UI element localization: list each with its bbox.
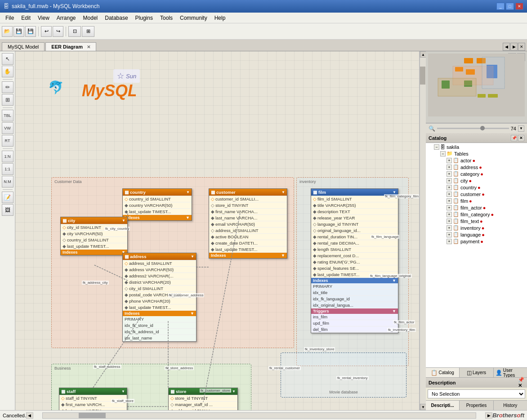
undo-button[interactable]: ↩ xyxy=(41,26,52,37)
table-city[interactable]: ▦ city ▼ ◇city_id SMALLINT ◆city VARCHAR… xyxy=(60,217,128,255)
city-expand[interactable]: ▼ xyxy=(122,219,125,223)
catalog-tab-layers[interactable]: ◫ Layers xyxy=(460,368,493,377)
film-indexes-header[interactable]: Indexes ▼ xyxy=(311,278,398,283)
country-expand[interactable]: ▼ xyxy=(186,190,190,194)
staff-expand[interactable]: ▼ xyxy=(121,389,125,393)
description-select[interactable]: No Selection xyxy=(428,389,525,398)
tree-item-film-category[interactable]: + 📋 film_category ● xyxy=(426,211,527,218)
scroll-up-button[interactable]: ▲ xyxy=(420,51,426,58)
catalog-tab-catalog[interactable]: 📋 Catalog xyxy=(426,368,460,377)
catalog-pin-button[interactable]: 📌 xyxy=(511,135,517,141)
menu-edit[interactable]: Edit xyxy=(18,14,34,22)
customer-indexes-header[interactable]: Indexes ▼ xyxy=(209,253,287,258)
city-indexes-header[interactable]: Indexes ▼ xyxy=(61,250,127,255)
select-tool[interactable]: ↖ xyxy=(2,53,13,65)
language-expand[interactable]: + xyxy=(447,232,452,237)
menu-help[interactable]: Help xyxy=(211,14,229,22)
scroll-down-button[interactable]: ▼ xyxy=(420,404,426,410)
table-country[interactable]: ▦ country ▼ ◇country_id SMALLINT ◆countr… xyxy=(122,188,192,221)
tab-close-icon[interactable]: ✕ xyxy=(87,45,90,49)
tree-item-address[interactable]: + 📋 address ● xyxy=(426,164,527,170)
indexes-expand[interactable]: ▼ xyxy=(190,311,194,316)
tree-item-city[interactable]: + 📋 city ● xyxy=(426,177,527,184)
menu-view[interactable]: View xyxy=(34,14,53,22)
h-scroll-thumb[interactable] xyxy=(79,413,106,418)
place-table-tool[interactable]: TBL xyxy=(2,110,13,121)
catalog-tab-user-types[interactable]: 👤 User Types xyxy=(494,368,527,377)
tab-scroll-left[interactable]: ◀ xyxy=(503,43,510,51)
tree-item-inventory[interactable]: + 📋 inventory ● xyxy=(426,224,527,231)
rel-1n-tool[interactable]: 1:N xyxy=(2,151,13,162)
country-indexes-header[interactable]: Indexes ▼ xyxy=(123,215,192,220)
category-expand[interactable]: + xyxy=(447,171,452,177)
scroll-left-button[interactable]: ◀ xyxy=(26,412,33,419)
film-text-expand[interactable]: + xyxy=(447,219,452,224)
film-expand[interactable]: + xyxy=(447,198,452,204)
tab-scroll-right[interactable]: ▶ xyxy=(510,43,518,51)
tree-item-language[interactable]: + 📋 language ● xyxy=(426,231,527,238)
triggers-expand[interactable]: ▼ xyxy=(392,309,396,313)
inventory-expand[interactable]: + xyxy=(447,225,452,231)
tree-item-tables[interactable]: − 📁 Tables xyxy=(426,150,527,157)
zoom-slider[interactable] xyxy=(437,128,509,129)
menu-model[interactable]: Model xyxy=(80,14,102,22)
address-expand[interactable]: + xyxy=(447,165,452,170)
vertical-scrollbar[interactable]: ▲ ▼ xyxy=(420,51,426,410)
zoom-slider-thumb[interactable] xyxy=(480,126,485,130)
tab-eer-diagram[interactable]: EER Diagram ✕ xyxy=(45,42,96,51)
tree-item-category[interactable]: + 📋 category ● xyxy=(426,170,527,177)
description-close-button[interactable]: ✕ xyxy=(518,383,524,389)
routine-tool[interactable]: RT xyxy=(2,135,13,147)
payment-expand[interactable]: + xyxy=(447,239,452,244)
menu-database[interactable]: Database xyxy=(101,14,131,22)
rect-tool[interactable]: ⊞ xyxy=(2,94,13,106)
close-button[interactable]: ✕ xyxy=(515,3,523,10)
tab-mysql-model[interactable]: MySQL Model xyxy=(2,42,45,51)
open-button[interactable]: 📂 xyxy=(2,26,13,37)
table-address[interactable]: ▦ address ▼ ◇address_id SMALLINT ◆addres… xyxy=(122,253,197,342)
tree-item-payment[interactable]: + 📋 payment ● xyxy=(426,238,527,245)
zoom-dropdown[interactable]: ▼ xyxy=(518,125,524,132)
menu-arrange[interactable]: Arrange xyxy=(53,14,80,22)
menu-community[interactable]: Community xyxy=(176,14,211,22)
country-expand[interactable]: + xyxy=(447,185,452,190)
table-customer[interactable]: ▦ customer ▼ ◇customer_id SMALLI... ◇sto… xyxy=(209,188,287,259)
redo-button[interactable]: ↪ xyxy=(53,26,63,37)
sakila-expand[interactable]: − xyxy=(434,144,439,150)
tree-item-sakila[interactable]: − 🗄 sakila xyxy=(426,144,527,150)
tree-item-country[interactable]: + 📋 country ● xyxy=(426,184,527,191)
prop-tab-properties[interactable]: Properties xyxy=(460,401,493,410)
rel-11-tool[interactable]: 1:1 xyxy=(2,163,13,175)
prop-tab-history[interactable]: History xyxy=(494,401,527,410)
view-tool[interactable]: VW xyxy=(2,122,13,134)
grid-button[interactable]: ⊞ xyxy=(82,26,94,37)
address-indexes-header[interactable]: Indexes ▼ xyxy=(123,311,196,316)
description-pin-button[interactable]: 📌 xyxy=(518,377,524,383)
indexes-expand[interactable]: ▼ xyxy=(186,215,190,220)
image-tool[interactable]: 🖼 xyxy=(2,204,13,216)
menu-plugins[interactable]: Plugins xyxy=(132,14,156,22)
note-tool[interactable]: 📝 xyxy=(2,192,13,203)
tree-item-film-actor[interactable]: + 📋 film_actor ● xyxy=(426,204,527,211)
customer-expand[interactable]: ▼ xyxy=(281,190,285,194)
catalog-close-button[interactable]: ✕ xyxy=(518,135,524,141)
customer-expand[interactable]: + xyxy=(447,192,452,197)
table-film[interactable]: ▦ film ▼ ◇film_id SMALLINT ◆title VARCHA… xyxy=(311,188,398,333)
city-expand[interactable]: + xyxy=(447,178,452,183)
prop-tab-description[interactable]: Descripti... xyxy=(426,401,460,410)
tree-item-customer[interactable]: + 📋 customer ● xyxy=(426,191,527,197)
save-button[interactable]: 💾 xyxy=(13,26,24,37)
tree-item-film-text[interactable]: + 📋 film_text ● xyxy=(426,218,527,224)
indexes-expand[interactable]: ▼ xyxy=(392,278,396,283)
menu-file[interactable]: File xyxy=(2,14,18,22)
eer-canvas[interactable]: MySQL 🐬 ☆ Sun Customer Data ▦ country ▼ xyxy=(15,51,420,410)
toggle-view-button[interactable]: ⊡ xyxy=(68,26,81,37)
rel-nm-tool[interactable]: N:M xyxy=(2,176,13,188)
menu-tools[interactable]: Tools xyxy=(156,14,176,22)
indexes-expand[interactable]: ▼ xyxy=(281,253,285,258)
pencil-tool[interactable]: ✏ xyxy=(2,81,13,93)
minimize-button[interactable]: _ xyxy=(496,3,505,10)
address-expand[interactable]: ▼ xyxy=(191,255,194,259)
tables-expand[interactable]: − xyxy=(440,151,446,156)
scroll-thumb[interactable] xyxy=(420,67,425,85)
